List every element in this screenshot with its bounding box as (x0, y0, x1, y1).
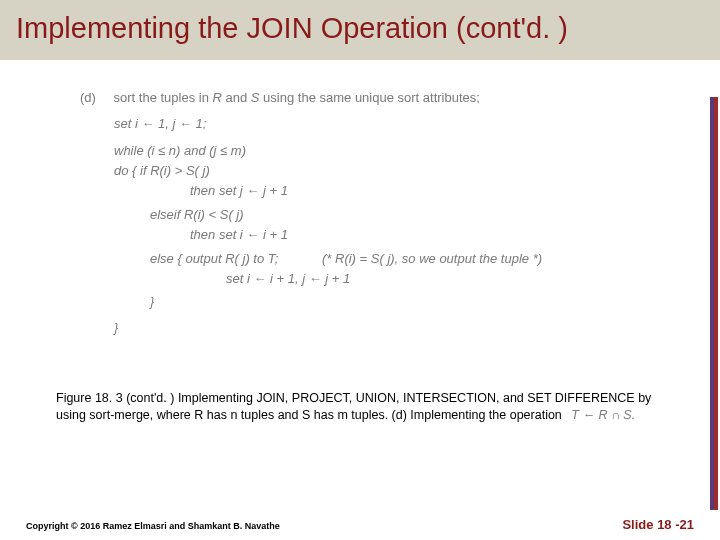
algo-line-5: then set j ← j + 1 (190, 183, 288, 198)
algo-line-4: do { if R(i) > S( j) (114, 163, 210, 178)
algo-line-3: while (i ≤ n) and (j ≤ m) (114, 143, 246, 158)
algo-line-8d: T; (268, 251, 279, 266)
algo-line-8a: else { output (150, 251, 225, 266)
algo-line-8b: R( j) (225, 251, 250, 266)
algo-line-11: } (114, 320, 118, 335)
algo-line-6: elseif R(i) < S( j) (150, 207, 244, 222)
slide-title: Implementing the JOIN Operation (cont'd.… (16, 10, 704, 46)
algo-line-10: } (150, 294, 154, 309)
algo-var-S: S (251, 90, 260, 105)
algo-line-8-comment: (* R(i) = S( j), so we output the tuple … (322, 251, 542, 266)
algo-line-8c: to (250, 251, 268, 266)
algo-line-1c: using the same unique sort attributes; (260, 90, 480, 105)
caption-text: Figure 18. 3 (cont'd. ) Implementing JOI… (56, 391, 651, 422)
algorithm-tag: (d) (80, 90, 96, 105)
algo-line-9: set i ← i + 1, j ← j + 1 (226, 271, 350, 286)
slide-number: Slide 18 -21 (622, 517, 694, 532)
algo-line-1a: sort the tuples in (114, 90, 213, 105)
caption-formula: T ← R ∩ S. (571, 408, 635, 422)
algo-var-R: R (213, 90, 222, 105)
slide-body: (d) sort the tuples in R and S using the… (0, 60, 720, 348)
copyright-text: Copyright © 2016 Ramez Elmasri and Shamk… (26, 521, 280, 531)
algo-line-2: set i ← 1, j ← 1; (114, 116, 206, 131)
slide-footer: Copyright © 2016 Ramez Elmasri and Shamk… (0, 517, 720, 532)
figure-caption: Figure 18. 3 (cont'd. ) Implementing JOI… (56, 390, 664, 424)
algo-line-1b: and (222, 90, 251, 105)
algorithm-block: (d) sort the tuples in R and S using the… (80, 88, 680, 338)
algo-line-7: then set i ← i + 1 (190, 227, 288, 242)
slide-title-bar: Implementing the JOIN Operation (cont'd.… (0, 0, 720, 60)
